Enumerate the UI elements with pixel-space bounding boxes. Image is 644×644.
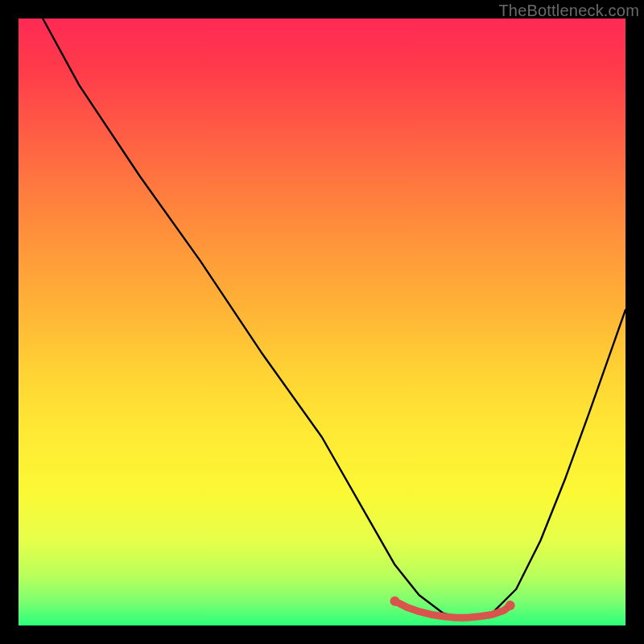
watermark-text: TheBottleneck.com: [498, 2, 639, 20]
plot-area: [19, 19, 625, 625]
optimal-range-marker: [394, 601, 510, 617]
chart-svg: [19, 19, 625, 625]
bottleneck-curve: [43, 19, 625, 619]
optimal-start-dot: [390, 597, 399, 606]
chart-container: TheBottleneck.com: [0, 0, 644, 644]
optimal-end-dot: [506, 601, 515, 610]
